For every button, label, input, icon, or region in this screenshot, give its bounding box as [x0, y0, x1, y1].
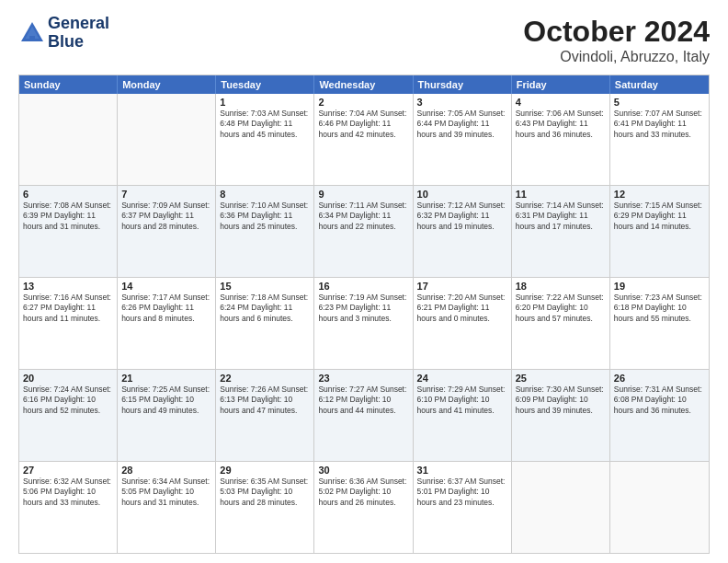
day-number: 24 [417, 373, 507, 384]
day-info: Sunrise: 7:11 AM Sunset: 6:34 PM Dayligh… [318, 201, 408, 232]
day-info: Sunrise: 7:26 AM Sunset: 6:13 PM Dayligh… [220, 385, 310, 416]
day-number: 30 [318, 465, 408, 476]
day-info: Sunrise: 7:15 AM Sunset: 6:29 PM Dayligh… [614, 201, 705, 232]
day-info: Sunrise: 7:07 AM Sunset: 6:41 PM Dayligh… [614, 109, 705, 140]
day-number: 4 [516, 97, 606, 108]
header-cell-thursday: Thursday [414, 75, 512, 94]
day-number: 29 [220, 465, 310, 476]
page: General Blue October 2024 Ovindoli, Abru… [0, 0, 728, 563]
empty-cell [118, 94, 216, 185]
svg-rect-2 [29, 36, 35, 41]
day-info: Sunrise: 7:24 AM Sunset: 6:16 PM Dayligh… [23, 385, 113, 416]
day-number: 8 [220, 189, 310, 200]
day-cell-20: 20Sunrise: 7:24 AM Sunset: 6:16 PM Dayli… [19, 370, 118, 461]
header-cell-wednesday: Wednesday [314, 75, 413, 94]
header-cell-friday: Friday [512, 75, 610, 94]
day-number: 13 [23, 281, 113, 292]
day-cell-2: 2Sunrise: 7:04 AM Sunset: 6:46 PM Daylig… [314, 94, 413, 185]
day-info: Sunrise: 7:20 AM Sunset: 6:21 PM Dayligh… [417, 293, 507, 324]
day-cell-8: 8Sunrise: 7:10 AM Sunset: 6:36 PM Daylig… [216, 186, 314, 277]
day-number: 26 [614, 373, 705, 384]
day-info: Sunrise: 7:09 AM Sunset: 6:37 PM Dayligh… [121, 201, 211, 232]
day-info: Sunrise: 7:08 AM Sunset: 6:39 PM Dayligh… [23, 201, 113, 232]
logo-icon [18, 19, 46, 47]
day-cell-28: 28Sunrise: 6:34 AM Sunset: 5:05 PM Dayli… [118, 462, 216, 553]
day-info: Sunrise: 7:27 AM Sunset: 6:12 PM Dayligh… [318, 385, 408, 416]
empty-cell [19, 94, 118, 185]
day-number: 19 [614, 281, 705, 292]
day-number: 22 [220, 373, 310, 384]
calendar: SundayMondayTuesdayWednesdayThursdayFrid… [18, 75, 710, 554]
day-number: 18 [516, 281, 606, 292]
day-info: Sunrise: 7:31 AM Sunset: 6:08 PM Dayligh… [614, 385, 705, 416]
calendar-header: SundayMondayTuesdayWednesdayThursdayFrid… [19, 75, 709, 94]
empty-cell [512, 462, 610, 553]
day-cell-15: 15Sunrise: 7:18 AM Sunset: 6:24 PM Dayli… [216, 278, 314, 369]
day-cell-21: 21Sunrise: 7:25 AM Sunset: 6:15 PM Dayli… [118, 370, 216, 461]
day-info: Sunrise: 7:03 AM Sunset: 6:48 PM Dayligh… [220, 109, 310, 140]
day-number: 25 [516, 373, 606, 384]
calendar-row-2: 6Sunrise: 7:08 AM Sunset: 6:39 PM Daylig… [19, 185, 709, 277]
day-cell-5: 5Sunrise: 7:07 AM Sunset: 6:41 PM Daylig… [610, 94, 709, 185]
header-cell-saturday: Saturday [610, 75, 709, 94]
day-cell-22: 22Sunrise: 7:26 AM Sunset: 6:13 PM Dayli… [216, 370, 314, 461]
day-info: Sunrise: 6:35 AM Sunset: 5:03 PM Dayligh… [220, 477, 310, 508]
day-number: 31 [417, 465, 507, 476]
day-number: 23 [318, 373, 408, 384]
day-cell-6: 6Sunrise: 7:08 AM Sunset: 6:39 PM Daylig… [19, 186, 118, 277]
calendar-row-1: 1Sunrise: 7:03 AM Sunset: 6:48 PM Daylig… [19, 94, 709, 185]
day-info: Sunrise: 7:22 AM Sunset: 6:20 PM Dayligh… [516, 293, 606, 324]
logo-line1: General [48, 15, 109, 33]
day-info: Sunrise: 7:10 AM Sunset: 6:36 PM Dayligh… [220, 201, 310, 232]
header: General Blue October 2024 Ovindoli, Abru… [18, 15, 710, 65]
day-number: 3 [417, 97, 507, 108]
day-info: Sunrise: 7:16 AM Sunset: 6:27 PM Dayligh… [23, 293, 113, 324]
day-number: 14 [121, 281, 211, 292]
day-info: Sunrise: 7:14 AM Sunset: 6:31 PM Dayligh… [516, 201, 606, 232]
day-info: Sunrise: 7:30 AM Sunset: 6:09 PM Dayligh… [516, 385, 606, 416]
day-cell-23: 23Sunrise: 7:27 AM Sunset: 6:12 PM Dayli… [314, 370, 413, 461]
day-number: 17 [417, 281, 507, 292]
day-cell-29: 29Sunrise: 6:35 AM Sunset: 5:03 PM Dayli… [216, 462, 314, 553]
day-number: 21 [121, 373, 211, 384]
day-cell-11: 11Sunrise: 7:14 AM Sunset: 6:31 PM Dayli… [512, 186, 610, 277]
day-number: 2 [318, 97, 408, 108]
day-number: 1 [220, 97, 310, 108]
day-info: Sunrise: 7:25 AM Sunset: 6:15 PM Dayligh… [121, 385, 211, 416]
calendar-row-5: 27Sunrise: 6:32 AM Sunset: 5:06 PM Dayli… [19, 461, 709, 553]
day-number: 9 [318, 189, 408, 200]
day-cell-25: 25Sunrise: 7:30 AM Sunset: 6:09 PM Dayli… [512, 370, 610, 461]
day-info: Sunrise: 7:29 AM Sunset: 6:10 PM Dayligh… [417, 385, 507, 416]
logo: General Blue [18, 15, 109, 52]
day-cell-31: 31Sunrise: 6:37 AM Sunset: 5:01 PM Dayli… [414, 462, 512, 553]
day-cell-26: 26Sunrise: 7:31 AM Sunset: 6:08 PM Dayli… [610, 370, 709, 461]
day-number: 20 [23, 373, 113, 384]
day-info: Sunrise: 6:34 AM Sunset: 5:05 PM Dayligh… [121, 477, 211, 508]
header-cell-sunday: Sunday [19, 75, 118, 94]
logo-line2: Blue [48, 33, 109, 52]
day-cell-7: 7Sunrise: 7:09 AM Sunset: 6:37 PM Daylig… [118, 186, 216, 277]
day-info: Sunrise: 7:17 AM Sunset: 6:26 PM Dayligh… [121, 293, 211, 324]
day-cell-3: 3Sunrise: 7:05 AM Sunset: 6:44 PM Daylig… [414, 94, 512, 185]
day-info: Sunrise: 7:12 AM Sunset: 6:32 PM Dayligh… [417, 201, 507, 232]
day-cell-24: 24Sunrise: 7:29 AM Sunset: 6:10 PM Dayli… [414, 370, 512, 461]
day-cell-4: 4Sunrise: 7:06 AM Sunset: 6:43 PM Daylig… [512, 94, 610, 185]
day-number: 7 [121, 189, 211, 200]
day-cell-13: 13Sunrise: 7:16 AM Sunset: 6:27 PM Dayli… [19, 278, 118, 369]
calendar-subtitle: Ovindoli, Abruzzo, Italy [523, 49, 710, 65]
day-number: 10 [417, 189, 507, 200]
day-info: Sunrise: 7:23 AM Sunset: 6:18 PM Dayligh… [614, 293, 705, 324]
logo-text: General Blue [48, 15, 109, 52]
day-info: Sunrise: 7:19 AM Sunset: 6:23 PM Dayligh… [318, 293, 408, 324]
title-block: October 2024 Ovindoli, Abruzzo, Italy [523, 15, 710, 65]
day-info: Sunrise: 7:06 AM Sunset: 6:43 PM Dayligh… [516, 109, 606, 140]
calendar-row-4: 20Sunrise: 7:24 AM Sunset: 6:16 PM Dayli… [19, 369, 709, 461]
empty-cell [610, 462, 709, 553]
day-number: 12 [614, 189, 705, 200]
day-cell-12: 12Sunrise: 7:15 AM Sunset: 6:29 PM Dayli… [610, 186, 709, 277]
day-number: 16 [318, 281, 408, 292]
calendar-title: October 2024 [523, 15, 710, 49]
day-cell-14: 14Sunrise: 7:17 AM Sunset: 6:26 PM Dayli… [118, 278, 216, 369]
day-cell-19: 19Sunrise: 7:23 AM Sunset: 6:18 PM Dayli… [610, 278, 709, 369]
day-info: Sunrise: 7:18 AM Sunset: 6:24 PM Dayligh… [220, 293, 310, 324]
